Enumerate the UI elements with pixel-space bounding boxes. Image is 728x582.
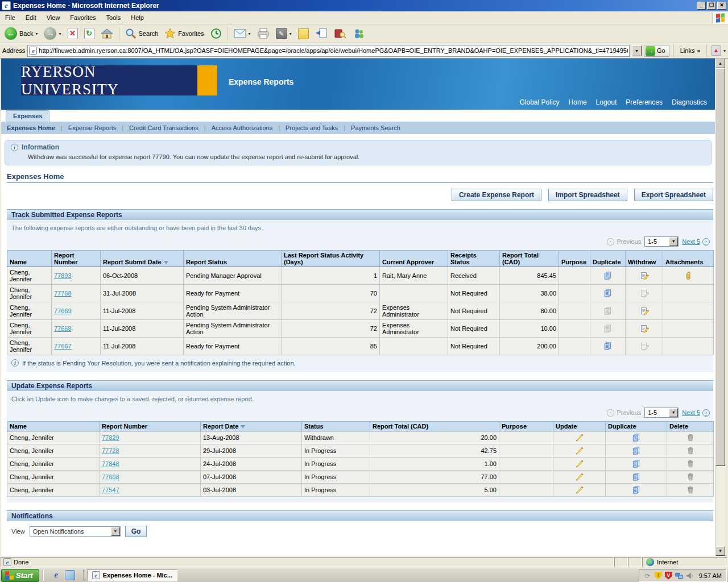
restore-button[interactable]: ❐ xyxy=(707,2,716,10)
tray-network-icon[interactable] xyxy=(675,572,683,580)
print-button[interactable] xyxy=(255,27,272,40)
tray-alert-shield-icon[interactable]: ! xyxy=(655,572,662,580)
link-home[interactable]: Home xyxy=(569,98,587,106)
report-number-link[interactable]: 77547 xyxy=(102,487,119,493)
tray-antivirus-icon[interactable]: V xyxy=(665,572,672,580)
nav-credit-card-transactions[interactable]: Credit Card Transactions xyxy=(123,124,204,131)
edit-button[interactable]: ✎ ▾ xyxy=(274,27,294,40)
close-button[interactable]: ✕ xyxy=(717,2,726,10)
tab-expenses[interactable]: Expenses xyxy=(6,110,49,122)
msn-messenger-button[interactable] xyxy=(350,27,367,40)
withdraw-icon[interactable] xyxy=(640,324,649,333)
refresh-button[interactable]: ↻ xyxy=(82,27,97,40)
mail-button[interactable]: ▾ xyxy=(231,28,253,39)
stop-button[interactable]: ✕ xyxy=(65,27,80,40)
duplicate-icon[interactable] xyxy=(603,342,612,351)
update-pencil-icon[interactable] xyxy=(575,472,584,481)
update-pencil-icon[interactable] xyxy=(575,485,584,494)
links-toolbar[interactable]: Links » xyxy=(678,47,702,54)
sort-report-date[interactable]: Report Date xyxy=(201,422,302,431)
link-diagnostics[interactable]: Diagnostics xyxy=(672,98,707,106)
report-number-link[interactable]: 77893 xyxy=(54,272,72,279)
update-pencil-icon[interactable] xyxy=(575,446,584,455)
task-button-expenses-home[interactable]: e Expenses Home - Mic... xyxy=(87,569,177,581)
update-pencil-icon[interactable] xyxy=(575,459,584,468)
report-number-link[interactable]: 77768 xyxy=(54,290,72,297)
delete-trash-icon[interactable] xyxy=(686,472,694,481)
delete-trash-icon[interactable] xyxy=(686,446,694,455)
scrollbar-thumb[interactable] xyxy=(715,68,725,466)
nav-access-authorizations[interactable]: Access Authorizations xyxy=(206,124,279,131)
menu-help[interactable]: Help xyxy=(126,13,149,23)
report-number-link[interactable]: 77667 xyxy=(54,343,72,350)
report-number-link[interactable]: 77668 xyxy=(54,325,72,332)
duplicate-icon[interactable] xyxy=(632,433,640,442)
scroll-down-icon[interactable]: ▼ xyxy=(715,546,725,556)
go-button[interactable]: → Go xyxy=(644,45,669,57)
adobe-dropdown-icon[interactable]: ▾ xyxy=(723,48,726,53)
nav-projects-and-tasks[interactable]: Projects and Tasks xyxy=(280,124,344,131)
link-logout[interactable]: Logout xyxy=(596,98,617,106)
scroll-up-icon[interactable]: ▲ xyxy=(715,59,725,68)
forward-button[interactable]: → ▾ xyxy=(42,26,63,41)
tray-sync-icon[interactable]: ⟳ xyxy=(644,572,652,580)
duplicate-icon[interactable] xyxy=(603,271,612,280)
import-spreadsheet-button[interactable]: Import Spreadsheet xyxy=(548,189,627,201)
attachment-icon[interactable] xyxy=(684,271,692,281)
notifications-go-button[interactable]: Go xyxy=(125,526,147,537)
menu-tools[interactable]: Tools xyxy=(101,13,126,23)
duplicate-icon[interactable] xyxy=(632,446,640,455)
notifications-view-select[interactable]: Open Notifications ▾ xyxy=(30,526,121,537)
research-button[interactable] xyxy=(332,27,349,40)
adobe-pdf-icon[interactable]: ▲ xyxy=(711,45,721,56)
nav-expenses-home[interactable]: Expenses Home xyxy=(6,124,61,131)
duplicate-icon[interactable] xyxy=(632,459,640,468)
select-dropdown-icon[interactable]: ▾ xyxy=(111,527,120,536)
link-global-policy[interactable]: Global Policy xyxy=(520,98,560,106)
next-5-link[interactable]: Next 5 › xyxy=(682,409,710,417)
minimize-button[interactable]: _ xyxy=(697,2,706,10)
sort-report-submit-date[interactable]: Report Submit Date xyxy=(101,251,184,267)
delete-trash-icon[interactable] xyxy=(686,485,694,494)
menu-edit[interactable]: Edit xyxy=(20,13,42,23)
discuss-button[interactable] xyxy=(296,27,311,40)
messenger-doc-button[interactable] xyxy=(313,27,330,40)
address-dropdown-icon[interactable]: ▾ xyxy=(632,45,642,56)
menu-view[interactable]: View xyxy=(42,13,65,23)
quick-launch-ie-icon[interactable]: e xyxy=(51,570,61,580)
export-spreadsheet-button[interactable]: Export Spreadsheet xyxy=(634,189,713,201)
quick-launch-icon[interactable] xyxy=(65,570,75,580)
back-dropdown-icon[interactable]: ▾ xyxy=(35,31,38,36)
mail-dropdown-icon[interactable]: ▾ xyxy=(249,31,251,36)
duplicate-icon[interactable] xyxy=(632,485,640,494)
taskbar-clock[interactable]: 9:57 AM xyxy=(699,572,722,579)
create-expense-report-button[interactable]: Create Expense Report xyxy=(452,189,541,201)
report-number-link[interactable]: 77829 xyxy=(102,434,119,441)
report-number-link[interactable]: 77728 xyxy=(102,447,119,454)
withdraw-icon[interactable] xyxy=(640,271,649,280)
duplicate-icon[interactable] xyxy=(603,289,612,298)
report-number-link[interactable]: 77848 xyxy=(102,460,119,467)
update-range-select[interactable]: 1-5 ▾ xyxy=(644,408,679,418)
menu-file[interactable]: File xyxy=(0,13,20,23)
select-dropdown-icon[interactable]: ▾ xyxy=(669,237,678,246)
forward-dropdown-icon[interactable]: ▾ xyxy=(59,31,61,36)
start-button[interactable]: Start xyxy=(1,569,39,582)
search-button[interactable]: Search xyxy=(123,27,161,40)
home-button[interactable] xyxy=(98,27,115,40)
nav-expense-reports[interactable]: Expense Reports xyxy=(63,124,122,131)
report-number-link[interactable]: 77669 xyxy=(54,307,72,314)
track-range-select[interactable]: 1-5 ▾ xyxy=(644,236,679,247)
delete-trash-icon[interactable] xyxy=(686,459,694,468)
back-button[interactable]: ← Back ▾ xyxy=(2,26,40,41)
select-dropdown-icon[interactable]: ▾ xyxy=(669,408,678,417)
vertical-scrollbar[interactable]: ▲ ▼ xyxy=(715,59,725,556)
delete-trash-icon[interactable] xyxy=(686,433,694,442)
report-number-link[interactable]: 77608 xyxy=(102,473,119,480)
link-preferences[interactable]: Preferences xyxy=(626,98,663,106)
edit-dropdown-icon[interactable]: ▾ xyxy=(289,31,292,36)
nav-payments-search[interactable]: Payments Search xyxy=(345,124,406,131)
update-pencil-icon[interactable] xyxy=(575,433,584,442)
history-button[interactable] xyxy=(208,27,224,40)
tray-volume-icon[interactable] xyxy=(686,572,694,580)
